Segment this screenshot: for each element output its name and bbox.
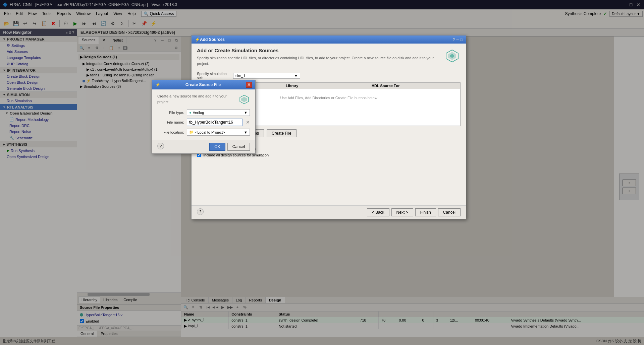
- back-button[interactable]: < Back: [367, 208, 389, 216]
- add-sources-dialog-icon: ⚡: [195, 37, 200, 42]
- next-button[interactable]: Next >: [391, 208, 413, 216]
- dialog-maximize-icon[interactable]: □: [460, 38, 463, 42]
- create-dialog-form: File type: ● Verilog ▼ File name: ✕ File…: [152, 109, 255, 140]
- svg-marker-4: [241, 97, 247, 102]
- file-type-label: File type:: [157, 111, 184, 115]
- add-sources-footer: ? < Back Next > Finish Cancel: [192, 205, 466, 219]
- location-arrow: ▼: [244, 130, 248, 134]
- file-location-label: File location:: [157, 130, 184, 134]
- add-sources-title-bar: ⚡ Add Sources ? ─ □: [192, 36, 466, 44]
- sim-set-label: Specify simulation set:: [197, 72, 230, 80]
- col-library-header: Library: [286, 84, 372, 88]
- file-location-value: <Local to Project>: [195, 130, 225, 134]
- cancel-create-button[interactable]: Cancel: [227, 143, 250, 151]
- file-name-row: File name: ✕: [157, 119, 250, 126]
- dialog-minimize-icon[interactable]: ─: [457, 38, 459, 42]
- dropdown-arrow-icon: ▼: [294, 74, 298, 78]
- footer-help-btn[interactable]: ?: [197, 208, 204, 215]
- vivado-logo-area: [444, 48, 461, 64]
- dialog-controls: ? ─ □: [453, 38, 463, 42]
- create-dialog-header: Create a new source file and add it to y…: [152, 89, 255, 109]
- vivado-logo: [445, 49, 459, 63]
- create-dialog-desc: Create a new source file and add it to y…: [157, 93, 235, 105]
- finish-button[interactable]: Finish: [415, 208, 436, 216]
- file-location-row: File location: 📁 <Local to Project> ▼: [157, 129, 250, 136]
- file-type-dot: ●: [189, 111, 192, 115]
- add-sources-header: Add or Create Simulation Sources Specify…: [197, 48, 461, 66]
- cancel-nav-button[interactable]: Cancel: [438, 208, 461, 216]
- create-file-button[interactable]: Create File: [267, 129, 297, 137]
- create-dialog-close[interactable]: ✕: [246, 82, 252, 88]
- simulation-set-row: Specify simulation set: sim_1 ▼: [197, 72, 461, 80]
- create-dialog-icon: ⚡: [155, 82, 160, 87]
- file-type-select[interactable]: ● Verilog ▼: [187, 109, 250, 116]
- file-type-row: File type: ● Verilog ▼: [157, 109, 250, 116]
- vivado-logo-small: [239, 94, 249, 105]
- col-hdl-header: HDL Source For: [372, 84, 458, 88]
- file-name-label: File name:: [157, 120, 184, 124]
- add-sources-heading: Add or Create Simulation Sources: [197, 48, 440, 53]
- sim-set-dropdown[interactable]: sim_1 ▼: [233, 73, 300, 79]
- file-name-input[interactable]: [187, 119, 243, 126]
- file-type-value: Verilog: [193, 111, 204, 115]
- create-dialog-title: Create Source File: [185, 82, 221, 87]
- file-location-select[interactable]: 📁 <Local to Project> ▼: [187, 129, 250, 136]
- dialog-help-icon[interactable]: ?: [453, 38, 455, 42]
- create-dialog-btns: OK Cancel: [209, 143, 250, 151]
- create-dialog-footer: ? OK Cancel: [152, 140, 255, 153]
- add-sources-desc: Specify simulation specific HDL files, o…: [197, 55, 440, 66]
- ok-button[interactable]: OK: [209, 143, 225, 151]
- create-source-dialog: ⚡ Create Source File ✕ Create a new sour…: [152, 80, 256, 154]
- create-dialog-logo: [238, 93, 250, 105]
- add-sources-dialog-title: Add Sources: [200, 37, 225, 42]
- create-help-btn[interactable]: ?: [157, 143, 164, 149]
- clear-icon[interactable]: ✕: [246, 120, 250, 125]
- folder-icon: 📁: [189, 130, 194, 134]
- create-dialog-title-bar: ⚡ Create Source File ✕: [152, 80, 255, 89]
- file-type-arrow: ▼: [244, 111, 248, 115]
